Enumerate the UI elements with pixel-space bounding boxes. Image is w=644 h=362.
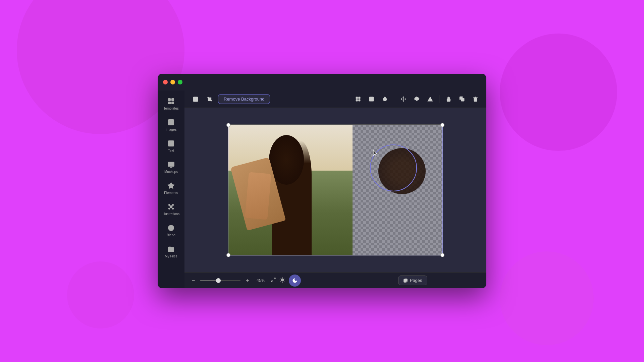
sidebar-label-myfiles: My Files [165, 254, 177, 258]
illustrations-icon [167, 203, 175, 211]
grid-icon [167, 97, 175, 105]
mockup-icon [167, 161, 175, 169]
zoom-out-button[interactable]: − [190, 276, 197, 285]
light-theme-button[interactable] [279, 277, 285, 284]
svg-rect-0 [168, 99, 170, 101]
sidebar-label-images: Images [166, 128, 177, 131]
svg-rect-1 [172, 99, 174, 101]
crop-button[interactable] [204, 94, 215, 105]
sidebar-label-blend: Blend [167, 233, 175, 237]
maximize-button[interactable] [178, 80, 182, 84]
sidebar-item-illustrations[interactable]: Illustrations [159, 199, 183, 219]
svg-rect-32 [447, 99, 450, 102]
sidebar-label-illustrations: Illustrations [163, 212, 180, 216]
svg-point-14 [170, 205, 172, 208]
triangle-button[interactable] [424, 94, 436, 105]
move-button[interactable] [397, 94, 409, 105]
zoom-slider-fill [200, 280, 218, 281]
grid-view-button[interactable] [352, 94, 364, 105]
minimize-button[interactable] [170, 80, 175, 84]
svg-point-17 [172, 208, 174, 209]
svg-rect-25 [356, 100, 358, 101]
toolbar-divider-1 [394, 95, 394, 103]
svg-rect-3 [172, 102, 174, 104]
sidebar-item-images[interactable]: Images [159, 115, 183, 135]
canvas-image [228, 125, 443, 255]
toolbar: Remove Background [184, 90, 486, 108]
svg-point-5 [169, 121, 170, 122]
sidebar-label-templates: Templates [163, 107, 179, 110]
svg-rect-24 [358, 97, 360, 99]
sidebar-item-blend[interactable]: Blend [159, 221, 183, 240]
layers-button[interactable] [411, 94, 422, 105]
add-frame-button[interactable] [190, 94, 201, 105]
pages-button[interactable]: Pages [398, 276, 427, 285]
lock-button[interactable] [443, 94, 454, 105]
svg-line-39 [280, 278, 281, 278]
color-drop-button[interactable] [379, 94, 390, 105]
window-controls [163, 80, 182, 84]
image-icon [167, 118, 175, 126]
svg-marker-13 [168, 183, 174, 188]
toolbar-right [352, 94, 481, 105]
svg-marker-31 [428, 97, 432, 101]
image-canvas[interactable] [228, 124, 443, 256]
sidebar-label-mockups: Mockups [164, 170, 178, 174]
remove-background-button[interactable]: Remove Background [218, 94, 270, 104]
blend-icon [167, 224, 175, 232]
zoom-slider-thumb[interactable] [216, 278, 221, 283]
sidebar-item-text[interactable]: Text [159, 136, 183, 156]
svg-point-36 [281, 279, 284, 281]
sidebar-item-mockups[interactable]: Mockups [159, 157, 183, 177]
svg-rect-10 [168, 162, 174, 167]
svg-point-18 [169, 208, 170, 209]
svg-rect-23 [356, 97, 358, 99]
sidebar: Templates Images [158, 90, 184, 288]
sidebar-label-text: Text [168, 149, 174, 153]
main-area: Templates Images [158, 90, 486, 288]
zoom-percent-label: 45% [257, 278, 265, 283]
app-window: Templates Images [158, 74, 486, 288]
sidebar-item-myfiles[interactable]: My Files [159, 242, 183, 261]
canvas-viewport[interactable] [184, 108, 486, 272]
sidebar-label-elements: Elements [164, 191, 178, 195]
sidebar-item-elements[interactable]: Elements [159, 178, 183, 198]
svg-line-43 [280, 281, 281, 282]
svg-rect-27 [369, 97, 374, 101]
svg-line-40 [284, 281, 284, 282]
text-icon [167, 139, 175, 147]
pages-label: Pages [410, 278, 422, 283]
svg-line-44 [284, 278, 284, 278]
toolbar-divider-2 [439, 95, 439, 103]
canvas-area: Remove Background [184, 90, 486, 288]
svg-point-19 [168, 225, 174, 231]
elements-icon [167, 182, 175, 190]
dark-theme-button[interactable] [289, 275, 301, 287]
zoom-in-button[interactable]: + [244, 276, 251, 285]
svg-rect-26 [358, 100, 360, 101]
sidebar-item-templates[interactable]: Templates [159, 94, 183, 114]
box-view-button[interactable] [366, 94, 377, 105]
svg-point-15 [169, 204, 170, 206]
folder-icon [167, 245, 175, 253]
zoom-slider-track[interactable] [200, 280, 240, 281]
svg-rect-2 [168, 102, 170, 104]
close-button[interactable] [163, 80, 168, 84]
bottom-bar: − + 45% [184, 272, 486, 288]
fullscreen-button[interactable] [271, 277, 276, 284]
delete-button[interactable] [470, 94, 481, 105]
title-bar [158, 74, 486, 90]
svg-point-16 [172, 204, 174, 206]
duplicate-button[interactable] [456, 94, 468, 105]
